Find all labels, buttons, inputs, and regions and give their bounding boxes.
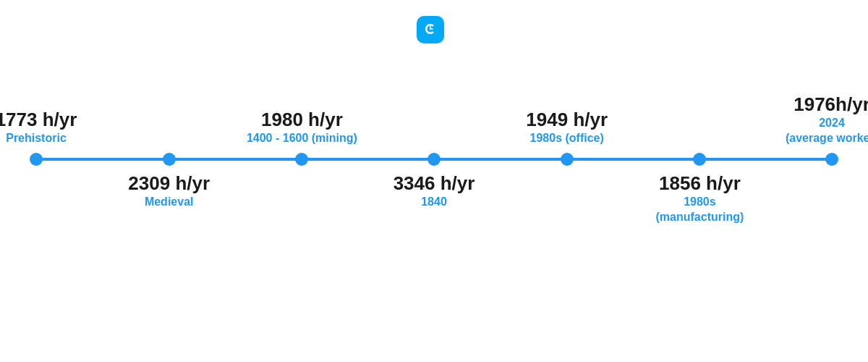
timeline-label-p4: 3346 h/yr1840	[393, 172, 475, 210]
hours-value: 2309 h/yr	[128, 172, 210, 195]
era-label: 1840	[393, 195, 475, 210]
era-label: 1980s (office)	[526, 131, 608, 146]
timeline-point-p1	[30, 153, 43, 166]
era-label: 1980s	[656, 195, 744, 210]
timeline-point-p5	[561, 153, 574, 166]
timeline-label-p2: 2309 h/yrMedieval	[128, 172, 210, 210]
hours-value: 3346 h/yr	[393, 172, 475, 195]
timeline-point-p2	[163, 153, 176, 166]
timeline-label-p5: 1949 h/yr1980s (office)	[526, 109, 608, 146]
timeline-point-p3	[295, 153, 308, 166]
timeline-label-p6: 1856 h/yr1980s(manufacturing)	[656, 172, 744, 225]
era-label: (average worker)	[786, 131, 868, 146]
hours-value: 1773 h/yr	[0, 109, 77, 131]
era-label: Medieval	[128, 195, 210, 210]
hours-value: 1856 h/yr	[656, 172, 744, 195]
era-label: 2024	[786, 116, 868, 131]
timeline-label-p1: 1773 h/yrPrehistoric	[0, 109, 77, 146]
timeline-wrapper: 1773 h/yrPrehistoric2309 h/yrMedieval198…	[36, 87, 832, 232]
era-label: Prehistoric	[0, 131, 77, 146]
hours-value: 1976h/yr	[786, 93, 868, 116]
hours-value: 1949 h/yr	[526, 109, 608, 131]
hours-value: 1980 h/yr	[247, 109, 357, 131]
header	[0, 0, 868, 43]
timeline-point-p7	[825, 153, 838, 166]
timeline-point-p4	[427, 153, 441, 166]
timeline-area: 1773 h/yrPrehistoric2309 h/yrMedieval198…	[36, 87, 832, 232]
timeline-label-p7: 1976h/yr2024(average worker)	[786, 93, 868, 146]
timeline-point-p6	[693, 153, 706, 166]
clockify-logo-icon	[417, 16, 444, 43]
era-label: (manufacturing)	[656, 210, 744, 225]
timeline-label-p3: 1980 h/yr1400 - 1600 (mining)	[247, 109, 357, 146]
era-label: 1400 - 1600 (mining)	[247, 131, 357, 146]
